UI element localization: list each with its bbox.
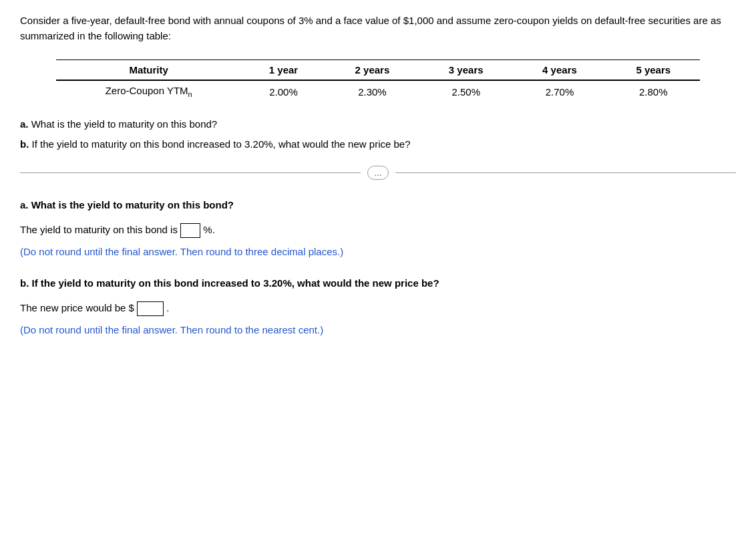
question-a: a. What is the yield to maturity on this… xyxy=(20,116,736,133)
ytm-4years: 2.70% xyxy=(513,80,606,102)
col-header-maturity: Maturity xyxy=(56,60,242,81)
col-header-4years: 4 years xyxy=(513,60,606,81)
divider-line-right xyxy=(395,172,736,173)
part-a-title: a. What is the yield to maturity on this… xyxy=(20,196,736,214)
question-a-label: a. xyxy=(20,118,29,130)
ytm-3years: 2.50% xyxy=(419,80,513,102)
part-b-prompt-start: The new price would be $ xyxy=(20,302,134,313)
question-a-text: What is the yield to maturity on this bo… xyxy=(31,118,217,130)
col-header-3years: 3 years xyxy=(419,60,513,81)
data-table-wrapper: Maturity 1 year 2 years 3 years 4 years … xyxy=(20,59,736,102)
questions-section: a. What is the yield to maturity on this… xyxy=(20,116,736,152)
divider-line-left xyxy=(20,172,361,173)
part-b-hint: (Do not round until the final answer. Th… xyxy=(20,321,736,339)
ytm-table: Maturity 1 year 2 years 3 years 4 years … xyxy=(56,59,701,102)
part-b-section: b. If the yield to maturity on this bond… xyxy=(20,274,736,339)
question-b-text: If the yield to maturity on this bond in… xyxy=(32,138,411,150)
ytm-2years: 2.30% xyxy=(325,80,419,102)
col-header-1year: 1 year xyxy=(242,60,326,81)
part-b-title: b. If the yield to maturity on this bond… xyxy=(20,274,736,292)
row-label-maturity: Zero-Coupon YTMn xyxy=(56,80,242,102)
part-a-title-text: a. What is the yield to maturity on this… xyxy=(20,199,234,211)
part-a-hint: (Do not round until the final answer. Th… xyxy=(20,243,736,261)
price-answer-input[interactable] xyxy=(137,301,164,316)
subscript-n: n xyxy=(188,90,192,98)
part-a-prompt-end: %. xyxy=(203,224,215,235)
divider-dots: ... xyxy=(367,166,389,180)
intro-paragraph: Consider a five-year, default-free bond … xyxy=(20,13,736,43)
part-b-title-text: b. If the yield to maturity on this bond… xyxy=(20,277,439,289)
part-b-answer-row: The new price would be $ . xyxy=(20,299,736,317)
answer-section: a. What is the yield to maturity on this… xyxy=(20,196,736,339)
ytm-1year: 2.00% xyxy=(242,80,326,102)
col-header-5years: 5 years xyxy=(606,60,700,81)
col-header-2years: 2 years xyxy=(325,60,419,81)
ytm-5years: 2.80% xyxy=(606,80,700,102)
question-b-label: b. xyxy=(20,138,29,150)
part-b-prompt-end: . xyxy=(166,302,169,313)
divider: ... xyxy=(20,166,736,180)
part-a-prompt-start: The yield to maturity on this bond is xyxy=(20,224,180,235)
part-a-answer-row: The yield to maturity on this bond is %. xyxy=(20,221,736,239)
ytm-answer-input[interactable] xyxy=(180,223,200,238)
question-b: b. If the yield to maturity on this bond… xyxy=(20,136,736,153)
